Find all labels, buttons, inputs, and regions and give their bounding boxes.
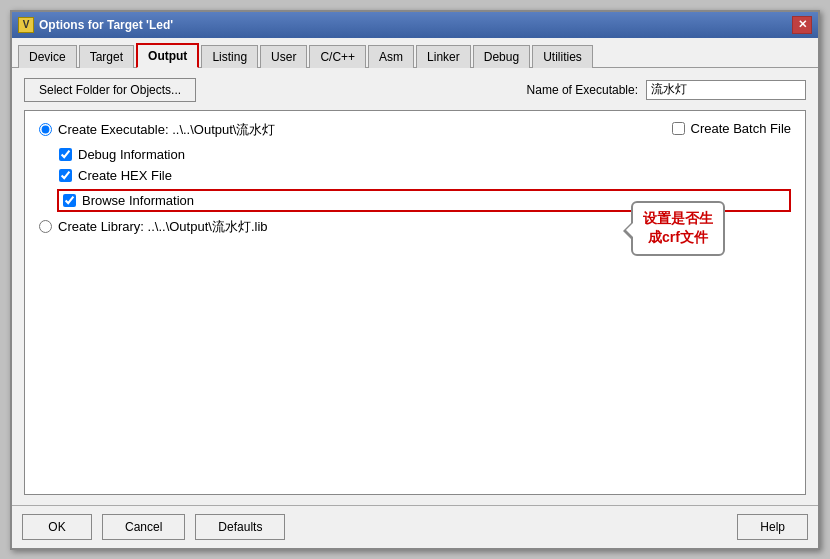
select-folder-button[interactable]: Select Folder for Objects... xyxy=(24,78,196,102)
debug-info-checkbox[interactable] xyxy=(59,148,72,161)
name-of-exec-input[interactable] xyxy=(646,80,806,100)
tooltip-bubble: 设置是否生 成crf文件 xyxy=(631,201,725,256)
tooltip-line1: 设置是否生 xyxy=(643,210,713,226)
tab-debug[interactable]: Debug xyxy=(473,45,530,68)
bottom-bar: OK Cancel Defaults Help xyxy=(12,505,818,548)
ok-button[interactable]: OK xyxy=(22,514,92,540)
main-group-box: Create Executable: ..\..\Output\流水灯 Debu… xyxy=(24,110,806,495)
create-batch-checkbox[interactable] xyxy=(672,122,685,135)
tab-user[interactable]: User xyxy=(260,45,307,68)
tooltip-line2: 成crf文件 xyxy=(648,229,708,245)
title-bar: V Options for Target 'Led' ✕ xyxy=(12,12,818,38)
tab-listing[interactable]: Listing xyxy=(201,45,258,68)
content-area: Select Folder for Objects... Name of Exe… xyxy=(12,68,818,505)
debug-info-row: Debug Information xyxy=(59,147,791,162)
defaults-button[interactable]: Defaults xyxy=(195,514,285,540)
tab-device[interactable]: Device xyxy=(18,45,77,68)
create-hex-label: Create HEX File xyxy=(78,168,172,183)
debug-info-label: Debug Information xyxy=(78,147,185,162)
cancel-button[interactable]: Cancel xyxy=(102,514,185,540)
tab-cplusplus[interactable]: C/C++ xyxy=(309,45,366,68)
tab-asm[interactable]: Asm xyxy=(368,45,414,68)
name-of-exec-label: Name of Executable: xyxy=(527,83,638,97)
browse-info-checkbox[interactable] xyxy=(63,194,76,207)
main-window: V Options for Target 'Led' ✕ Device Targ… xyxy=(10,10,820,550)
top-row: Select Folder for Objects... Name of Exe… xyxy=(24,78,806,102)
browse-info-label: Browse Information xyxy=(82,193,194,208)
create-library-label: Create Library: ..\..\Output\流水灯.lib xyxy=(58,218,268,236)
create-exec-label: Create Executable: ..\..\Output\流水灯 xyxy=(58,121,275,139)
tab-linker[interactable]: Linker xyxy=(416,45,471,68)
tab-target[interactable]: Target xyxy=(79,45,134,68)
create-batch-row: Create Batch File xyxy=(672,121,791,136)
create-hex-checkbox[interactable] xyxy=(59,169,72,182)
name-of-exec-row: Name of Executable: xyxy=(527,80,806,100)
tab-bar: Device Target Output Listing User C/C++ … xyxy=(12,38,818,68)
window-title: Options for Target 'Led' xyxy=(39,18,173,32)
tab-utilities[interactable]: Utilities xyxy=(532,45,593,68)
create-batch-label: Create Batch File xyxy=(691,121,791,136)
create-library-radio[interactable] xyxy=(39,220,52,233)
tab-output[interactable]: Output xyxy=(136,43,199,68)
close-button[interactable]: ✕ xyxy=(792,16,812,34)
window-icon: V xyxy=(18,17,34,33)
create-hex-row: Create HEX File xyxy=(59,168,791,183)
help-button[interactable]: Help xyxy=(737,514,808,540)
title-bar-left: V Options for Target 'Led' xyxy=(18,17,173,33)
create-exec-radio[interactable] xyxy=(39,123,52,136)
